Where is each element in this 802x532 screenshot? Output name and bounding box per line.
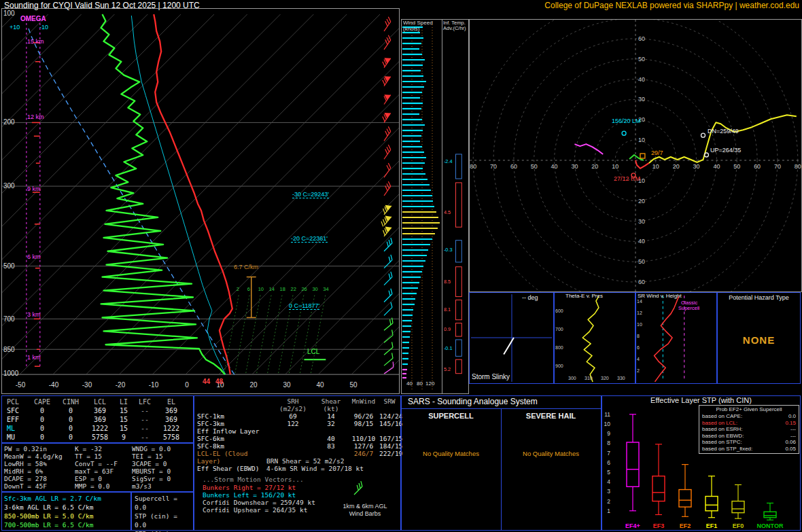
sars-title: SARS - Sounding Analogue System (408, 397, 538, 406)
sars-hail-matches: No Quality Matches (502, 450, 599, 457)
wind-speed-tick: 40 (406, 380, 413, 387)
barb-legend-line2: Wind Barbs (334, 510, 396, 517)
theta-e-ytick: 600 (555, 308, 563, 313)
svg-text:EF0: EF0 (733, 522, 744, 529)
sr-wind-ytick: 2 (637, 368, 640, 373)
svg-text:10: 10 (604, 421, 611, 427)
sars-column-divider (501, 408, 502, 531)
theta-e-title: Theta-E v. Pres (565, 293, 603, 299)
right-mover-label: 27/12 RM (614, 175, 640, 182)
wind-speed-tick: 80 (417, 380, 423, 387)
svg-text:-0.3: -0.3 (444, 247, 453, 253)
svg-text:10: 10 (652, 163, 659, 170)
svg-text:34: 34 (323, 286, 328, 292)
sars-supercell-header: SUPERCELL (402, 412, 500, 420)
temp-axis-label: 0 (177, 381, 197, 389)
theta-e-xtick: 300 (568, 376, 576, 380)
stp-legend-row-cape: based on CAPE:0.0 (699, 413, 799, 420)
svg-text:-2.4: -2.4 (444, 158, 453, 164)
temp-advection-profile: -2.44.5-0.38.58.10.9-0.15.2 (442, 19, 469, 393)
omega-minus-label: -10 (39, 24, 48, 31)
temp-axis-label: 30 (277, 381, 297, 389)
parcel-row-ml[interactable]: ML 0 0 1222 15 -- 1222 (4, 424, 192, 433)
svg-text:60: 60 (754, 163, 761, 170)
sr-wind-title: SR Wind v. Height (638, 293, 682, 299)
sr-wind-ytick: 8 (637, 334, 640, 338)
bunkers-right: Bunkers Right = 27/12 kt (203, 484, 296, 491)
height-label: 15 km (27, 38, 44, 45)
svg-text:30: 30 (312, 286, 317, 292)
svg-text:EF2: EF2 (680, 522, 691, 529)
svg-text:70: 70 (490, 163, 497, 170)
stp-legend: Prob EF2+ Given Supercell based on CAPE:… (699, 405, 799, 454)
wind-speed-tick: 120 (425, 380, 434, 387)
stp-legend-row-esrh: based on ESRH:--- (699, 426, 799, 433)
svg-text:40: 40 (551, 163, 558, 170)
level-annotation-minus20: -20 C=22361' (291, 235, 328, 243)
svg-text:EF4+: EF4+ (625, 522, 640, 529)
stp-legend-row-stpc: based on STPC:0.06 (699, 439, 799, 446)
svg-text:30: 30 (693, 163, 700, 170)
parcel-table: PCL CAPE CINH LCL LI LFC EL SFC 0 0 369 … (4, 397, 192, 442)
svg-text:7: 7 (607, 450, 610, 457)
temp-axis-label: -10 (143, 381, 164, 389)
sr-wind-ytick: 6 (637, 345, 640, 350)
svg-text:-0.1: -0.1 (444, 345, 453, 351)
svg-text:4: 4 (607, 478, 610, 485)
barb-legend-line1: 1km & 6km AGL (334, 503, 396, 510)
theta-e-inset[interactable] (554, 292, 635, 384)
hazard-type-value: NONE (718, 334, 800, 346)
svg-text:0.9: 0.9 (444, 326, 451, 332)
indices-col-3: WNDG = 0.0 TEI = 15 3CAPE = 0 MBURST = 0… (132, 445, 193, 490)
kin-row-sfc-6km: SFC-6km40110/10167/15 (197, 435, 400, 442)
svg-text:20: 20 (638, 198, 645, 205)
storm-slinky-inset[interactable] (469, 292, 554, 384)
hodograph[interactable]: 1020304050601020304050601020304050607080… (469, 19, 802, 292)
svg-text:2: 2 (607, 498, 610, 505)
svg-text:80: 80 (470, 163, 476, 170)
kinematics-header: SRH (m2/s2) Shear (kt) MnWind SRW (197, 397, 400, 412)
corfidi-downshear: Corfidi Downshear = 259/49 kt (203, 499, 315, 506)
parcel-row-eff[interactable]: EFF 0 0 369 15 -- 369 (4, 415, 192, 424)
svg-text:50: 50 (638, 258, 645, 265)
corfidi-upshear-label: UP=264/35 (710, 147, 741, 154)
svg-text:8.5: 8.5 (444, 279, 451, 285)
height-label: 9 km (27, 185, 41, 192)
theta-e-ytick: 700 (555, 327, 563, 332)
corfidi-upshear: Corfidi Upshear = 264/35 kt (203, 506, 307, 514)
temp-axis-label: 50 (343, 381, 364, 389)
kin-row-eff-inflow: Eff Inflow Layer (197, 427, 400, 435)
svg-text:40: 40 (638, 76, 645, 83)
stp-legend-row-lcl: based on LCL:0.15 (699, 420, 799, 427)
height-label: 3 km (27, 311, 41, 318)
svg-text:4.5: 4.5 (444, 209, 451, 215)
lcl-label: LCL (307, 348, 319, 355)
kin-row-sfc-8km: SFC-8km83127/6184/15 (197, 442, 400, 450)
sr-wind-ytick: 10 (637, 322, 642, 327)
parcel-row-sfc[interactable]: SFC 0 0 369 15 -- 369 (4, 406, 192, 415)
temp-axis-label: -50 (10, 381, 31, 389)
height-label: 1 km (27, 354, 41, 361)
sr-wind-4-6km: 4-6km SR Wind = 207/18 kt (266, 465, 364, 472)
lapse-rate-sfc-3km: Sfc-3km AGL LR = 2.7 C/km (4, 494, 130, 503)
lapse-rate-annotation: 6.7 C/km (234, 264, 258, 270)
lapse-rate-700-500: 700-500mb LR = 6.5 C/km (4, 520, 130, 529)
indices-col-1: PW = 0.32in MeanW = 4.6g/kg LowRH = 58% … (4, 445, 72, 490)
theta-e-ytick: 900 (555, 363, 563, 368)
stp-legend-row-stp-fixed: based on STP_fixed:0.05 (699, 446, 799, 453)
temp-axis-label: -30 (77, 381, 97, 389)
parcel-row-mu[interactable]: MU 0 0 5758 9 -- 5758 (4, 433, 192, 442)
svg-text:6: 6 (247, 286, 250, 292)
wind-speed-title: Wind Speed (403, 20, 433, 26)
sr-wind-inset[interactable] (635, 292, 717, 384)
sr-wind-ytick: 14 (637, 299, 642, 304)
svg-text:18: 18 (280, 286, 285, 292)
svg-text:14: 14 (269, 286, 275, 292)
svg-text:50: 50 (638, 56, 645, 63)
wind-speed-units: (knots) (403, 26, 419, 32)
svg-text:5: 5 (607, 469, 610, 476)
svg-text:30: 30 (571, 163, 578, 170)
svg-text:40: 40 (638, 238, 645, 245)
skewt-diagram[interactable]: 2610141822263034 (1, 8, 400, 394)
svg-text:20: 20 (591, 163, 598, 170)
